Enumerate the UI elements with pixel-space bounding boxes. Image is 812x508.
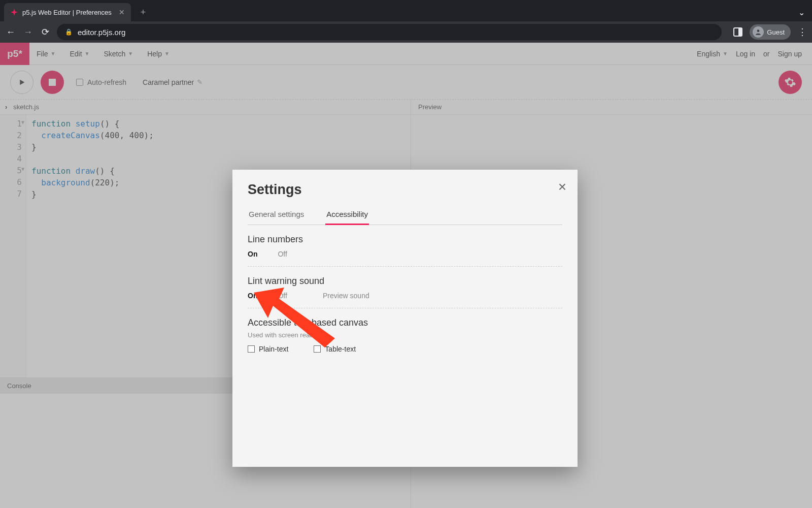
browser-window: p5.js Web Editor | Preferences ✕ + ⌄ ← →… (0, 0, 812, 508)
table-text-checkbox[interactable]: Table-text (314, 345, 356, 353)
tab-general[interactable]: General settings (248, 205, 305, 225)
browser-menu-icon[interactable]: ⋮ (798, 26, 807, 38)
tab-strip: p5.js Web Editor | Preferences ✕ + ⌄ (0, 0, 812, 21)
canvas-title: Accessible text-based canvas (248, 318, 562, 328)
checkbox-icon (248, 345, 255, 353)
line-numbers-title: Line numbers (248, 234, 562, 245)
section-line-numbers: Line numbers On Off (248, 225, 562, 267)
lint-on[interactable]: On (248, 292, 257, 300)
canvas-subtitle: Used with screen reader (248, 331, 562, 339)
lint-off[interactable]: Off (278, 292, 287, 300)
modal-title: Settings (248, 182, 562, 198)
lock-icon: 🔒 (65, 28, 73, 36)
reload-button[interactable]: ⟳ (40, 26, 51, 38)
new-tab-button[interactable]: + (136, 5, 150, 19)
settings-modal: Settings × General settings Accessibilit… (232, 170, 578, 467)
address-bar[interactable]: 🔒 editor.p5js.org (57, 24, 722, 40)
section-lint-sound: Lint warning sound On Off Preview sound (248, 267, 562, 308)
side-panel-icon[interactable] (733, 27, 742, 37)
tab-accessibility[interactable]: Accessibility (325, 205, 369, 225)
back-button[interactable]: ← (5, 27, 16, 38)
tab-title: p5.js Web Editor | Preferences (22, 9, 115, 16)
forward-button: → (22, 27, 33, 38)
line-numbers-on[interactable]: On (248, 250, 257, 258)
section-accessible-canvas: Accessible text-based canvas Used with s… (248, 308, 562, 361)
checkbox-icon (314, 345, 321, 353)
profile-label: Guest (767, 28, 785, 36)
avatar-icon (753, 26, 764, 38)
close-modal-button[interactable]: × (558, 179, 566, 195)
svg-point-0 (757, 29, 760, 32)
lint-preview-sound[interactable]: Preview sound (323, 292, 369, 300)
window-caret-icon[interactable]: ⌄ (798, 8, 805, 17)
p5-favicon-icon (10, 8, 18, 16)
plain-text-checkbox[interactable]: Plain-text (248, 345, 288, 353)
lint-title: Lint warning sound (248, 276, 562, 287)
profile-chip[interactable]: Guest (750, 24, 791, 40)
url-text: editor.p5js.org (78, 28, 125, 37)
close-tab-icon[interactable]: ✕ (119, 8, 125, 16)
browser-toolbar: ← → ⟳ 🔒 editor.p5js.org Guest ⋮ (0, 21, 812, 43)
browser-tab[interactable]: p5.js Web Editor | Preferences ✕ (4, 3, 131, 21)
line-numbers-off[interactable]: Off (278, 250, 287, 258)
